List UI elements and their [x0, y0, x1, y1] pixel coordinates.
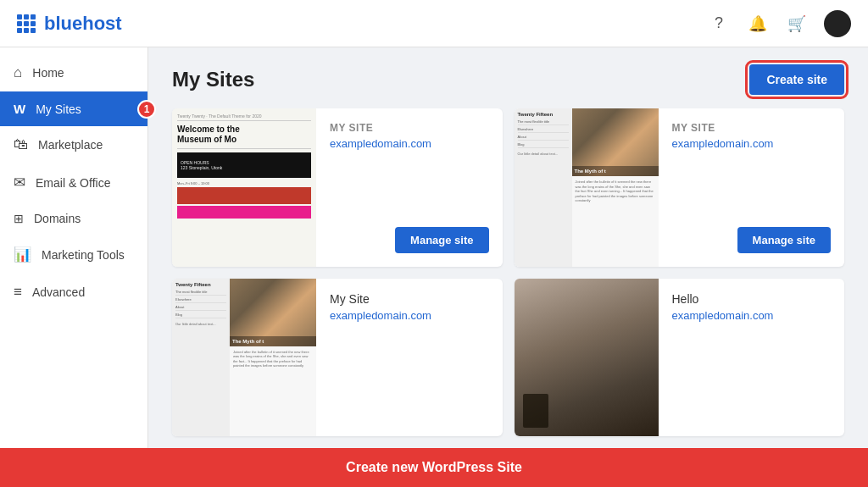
- sidebar-item-domains[interactable]: ⊞ Domains: [0, 202, 147, 235]
- site-card-4-body: Hello exampledomain.com: [515, 279, 845, 437]
- sidebar-item-advanced[interactable]: ≡ Advanced: [0, 274, 147, 311]
- site-2-domain: exampledomain.com: [672, 137, 832, 150]
- site-preview-4: [515, 279, 659, 437]
- domains-icon: ⊞: [14, 212, 24, 225]
- sidebar-item-marketplace[interactable]: 🛍 Marketplace: [0, 126, 147, 163]
- site-2-name: MY SITE: [672, 122, 832, 134]
- badge-1: 1: [137, 100, 156, 119]
- preview-twenty-twenty: Twenty Twenty · The Default Theme for 20…: [172, 108, 316, 267]
- site-card-3-body: Twenty Fifteen The most flexible title E…: [172, 279, 503, 437]
- cart-icon[interactable]: 🛒: [785, 12, 809, 36]
- sidebar-item-label: Marketplace: [38, 138, 103, 152]
- preview-title: Welcome to theMuseum of Mo: [177, 125, 311, 145]
- site-preview-3: Twenty Fifteen The most flexible title E…: [172, 279, 316, 437]
- bottom-banner[interactable]: Create new WordPress Site: [0, 448, 868, 487]
- marketing-icon: 📊: [14, 246, 31, 263]
- home-icon: ⌂: [14, 64, 22, 81]
- sidebar-item-email-office[interactable]: ✉ Email & Office: [0, 163, 147, 202]
- sidebar-item-home[interactable]: ⌂ Home: [0, 54, 147, 91]
- site-3-name: My Site: [330, 292, 489, 306]
- create-site-button[interactable]: Create site: [749, 64, 844, 95]
- site-3-domain: exampledomain.com: [330, 309, 489, 322]
- preview-header-text: Twenty Twenty · The Default Theme for 20…: [177, 113, 311, 121]
- site-1-name: MY SITE: [330, 122, 489, 134]
- site-card-3: Twenty Fifteen The most flexible title E…: [172, 279, 503, 437]
- preview-hello: [515, 279, 659, 437]
- bell-icon[interactable]: 🔔: [746, 12, 770, 36]
- site-preview-1: Twenty Twenty · The Default Theme for 20…: [172, 108, 316, 267]
- email-icon: ✉: [14, 174, 25, 191]
- header: bluehost ? 🔔 🛒: [0, 0, 868, 47]
- sidebar-item-label: Advanced: [32, 285, 85, 299]
- site-info-1: MY SITE exampledomain.com Manage site: [316, 108, 503, 267]
- sidebar-item-label: My Sites: [36, 102, 81, 116]
- site-4-domain: exampledomain.com: [672, 309, 832, 322]
- site-card-4: Hello exampledomain.com: [515, 279, 845, 437]
- sidebar-item-label: Email & Office: [36, 176, 110, 190]
- site-info-2: MY SITE exampledomain.com Manage site: [659, 108, 845, 267]
- main-content: My Sites Create site Twenty Twenty · The…: [148, 47, 868, 448]
- site-card-2: Twenty Fifteen The most flexible title E…: [515, 108, 845, 267]
- manage-site-2-button[interactable]: Manage site: [737, 227, 831, 253]
- sidebar-item-my-sites[interactable]: W My Sites 1: [0, 91, 147, 126]
- site-card-1-body: Twenty Twenty · The Default Theme for 20…: [172, 108, 503, 267]
- site-info-4: Hello exampledomain.com: [659, 279, 845, 437]
- preview-fifteen-2: Twenty Fifteen The most flexible title E…: [172, 279, 316, 437]
- help-icon[interactable]: ?: [707, 12, 731, 36]
- sites-grid: Twenty Twenty · The Default Theme for 20…: [148, 108, 868, 448]
- site-card-2-body: Twenty Fifteen The most flexible title E…: [515, 108, 845, 267]
- sidebar-item-label: Domains: [34, 212, 81, 225]
- site-preview-2: Twenty Fifteen The most flexible title E…: [515, 108, 659, 267]
- marketplace-icon: 🛍: [14, 136, 28, 153]
- preview-fifteen: Twenty Fifteen The most flexible title E…: [515, 108, 659, 267]
- wordpress-icon: W: [14, 102, 25, 116]
- site-info-3: My Site exampledomain.com: [316, 279, 503, 437]
- site-4-name: Hello: [672, 292, 832, 306]
- site-card-1: Twenty Twenty · The Default Theme for 20…: [172, 108, 503, 267]
- advanced-icon: ≡: [14, 284, 22, 301]
- sidebar-item-label: Marketing Tools: [42, 248, 125, 262]
- layout: ⌂ Home W My Sites 1 🛍 Marketplace ✉ Emai…: [0, 47, 868, 448]
- header-left: bluehost: [17, 13, 122, 35]
- sidebar: ⌂ Home W My Sites 1 🛍 Marketplace ✉ Emai…: [0, 47, 148, 448]
- main-header: My Sites Create site: [148, 47, 868, 108]
- page-title: My Sites: [172, 68, 254, 91]
- bottom-banner-label: Create new WordPress Site: [346, 460, 522, 474]
- manage-site-1-button[interactable]: Manage site: [395, 227, 488, 253]
- logo-text: bluehost: [44, 13, 122, 35]
- sidebar-item-label: Home: [32, 66, 64, 80]
- header-right: ? 🔔 🛒: [707, 10, 851, 37]
- preview-block: OPEN HOURS123 Stoneplain, Utonk: [177, 152, 311, 178]
- avatar[interactable]: [824, 10, 851, 37]
- site-1-domain: exampledomain.com: [330, 137, 489, 150]
- sidebar-item-marketing-tools[interactable]: 📊 Marketing Tools: [0, 235, 147, 274]
- logo-grid-icon: [17, 14, 36, 33]
